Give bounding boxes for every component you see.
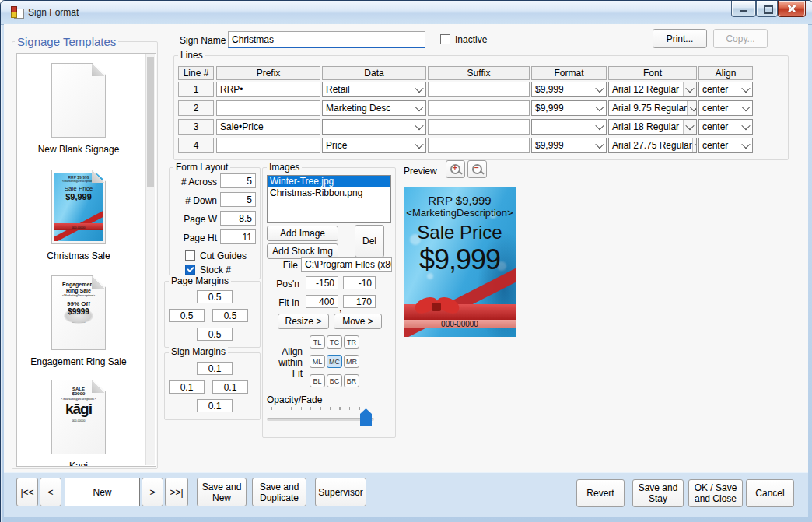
align-dropdown[interactable]: center	[698, 138, 753, 153]
title-bar[interactable]: Sign Format	[1, 1, 812, 25]
font-dropdown[interactable]: Arial 27.75 Regular	[608, 138, 697, 153]
revert-button[interactable]: Revert	[576, 479, 625, 507]
file-label: File	[273, 260, 298, 271]
prefix-input[interactable]	[216, 138, 320, 153]
sign-name-input[interactable]: Christmas	[228, 31, 425, 48]
add-image-button[interactable]: Add Image	[267, 226, 338, 241]
print-button[interactable]: Print...	[653, 29, 707, 48]
align-dropdown[interactable]: center	[698, 82, 753, 97]
format-dropdown[interactable]	[531, 119, 607, 135]
sign-preview-image: RRP $9,999 <MarketingDescription> Sale P…	[404, 187, 516, 337]
page-margin-right-input[interactable]: 0.5	[212, 309, 248, 322]
save-and-new-button[interactable]: Save and New	[197, 478, 247, 506]
save-and-duplicate-button[interactable]: Save and Duplicate	[252, 478, 306, 506]
sign-margin-right-input[interactable]: 0.1	[212, 380, 248, 394]
suffix-input[interactable]	[428, 100, 530, 116]
data-dropdown[interactable]	[322, 119, 426, 135]
format-dropdown[interactable]: $9,999	[531, 138, 607, 153]
position-x-input[interactable]: -150	[306, 276, 338, 289]
chevron-down-icon	[415, 121, 423, 130]
copy-button[interactable]: Copy...	[713, 29, 768, 48]
prefix-input[interactable]: RRP•	[216, 82, 320, 97]
image-list-item[interactable]: Winter-Tree.jpg	[268, 176, 390, 187]
column-header-suffix: Suffix	[428, 66, 530, 80]
data-dropdown[interactable]: Marketing Desc	[322, 100, 426, 116]
opacity-slider[interactable]	[267, 418, 374, 421]
inactive-checkbox[interactable]	[440, 34, 450, 44]
font-dropdown[interactable]: Arial 9.75 Regular	[608, 100, 697, 116]
ok-save-close-button[interactable]: OK / Save and Close	[688, 479, 743, 507]
zoom-in-button[interactable]: +	[446, 160, 465, 178]
align-bc-button[interactable]: BC	[327, 374, 342, 387]
cut-guides-checkbox[interactable]	[185, 250, 195, 261]
page-margin-top-input[interactable]: 0.5	[197, 290, 233, 303]
templates-scrollbar[interactable]	[145, 54, 155, 465]
resize-button[interactable]: Resize >	[278, 314, 329, 329]
images-group-label: Images	[267, 162, 302, 173]
template-engagement-ring-sale[interactable]: Engagement Ring Sale <MarketingDescripti…	[20, 275, 137, 367]
data-dropdown[interactable]: Retail	[322, 82, 426, 97]
format-dropdown[interactable]: $9,999	[531, 100, 607, 116]
move-button[interactable]: Move >	[334, 314, 382, 329]
align-dropdown[interactable]: center	[698, 100, 753, 116]
maximize-button[interactable]	[756, 1, 778, 17]
zoom-out-button[interactable]: −	[467, 160, 487, 178]
font-dropdown[interactable]: Arial 18 Regular	[608, 119, 697, 135]
sign-margin-left-input[interactable]: 0.1	[169, 380, 205, 394]
nav-last-button[interactable]: >>|	[165, 478, 188, 506]
save-and-stay-button[interactable]: Save and Stay	[632, 479, 684, 507]
prefix-input[interactable]: Sale•Price	[216, 119, 320, 135]
add-stock-img-button[interactable]: Add Stock Img	[267, 243, 338, 259]
align-bl-button[interactable]: BL	[310, 374, 325, 387]
scrollbar-thumb[interactable]	[147, 57, 154, 187]
position-y-input[interactable]: -10	[343, 276, 376, 289]
file-path-input[interactable]: C:\Program Files (x86	[301, 257, 392, 272]
fit-width-input[interactable]: 400	[306, 295, 338, 308]
fit-height-input[interactable]: 170	[343, 295, 376, 308]
page-w-input[interactable]: 8.5	[220, 211, 256, 226]
minimize-button[interactable]	[731, 1, 756, 17]
opacity-fade-label: Opacity/Fade	[267, 394, 322, 405]
prefix-input[interactable]	[216, 100, 320, 116]
template-new-blank[interactable]: New Blank Signage	[20, 63, 137, 155]
close-button[interactable]	[778, 1, 806, 17]
new-button[interactable]: New	[65, 478, 140, 506]
chevron-down-icon	[741, 84, 750, 93]
align-br-button[interactable]: BR	[344, 374, 359, 387]
align-mr-button[interactable]: MR	[344, 355, 359, 368]
font-dropdown[interactable]: Arial 12 Regular	[608, 82, 697, 97]
nav-prev-button[interactable]: <	[40, 478, 61, 506]
align-tc-button[interactable]: TC	[327, 335, 342, 349]
chevron-down-icon	[595, 103, 604, 111]
slider-ticks	[271, 407, 369, 410]
template-kagi[interactable]: SALE $9999 <MarketingDescription> kāgi 0…	[20, 380, 137, 467]
delete-image-button[interactable]: Del	[355, 225, 384, 257]
column-header-format: Format	[531, 66, 607, 80]
page-ht-input[interactable]: 11	[220, 229, 256, 244]
cancel-button[interactable]: Cancel	[746, 479, 794, 507]
align-mc-button[interactable]: MC	[327, 355, 342, 368]
align-dropdown[interactable]: center	[698, 119, 753, 135]
template-christmas-sale[interactable]: RRP $9,999 <MarketingDescription> Sale P…	[20, 170, 137, 261]
align-ml-button[interactable]: ML	[310, 355, 325, 368]
supervisor-button[interactable]: Supervisor	[315, 478, 366, 506]
minimize-icon	[740, 10, 747, 12]
sign-margin-top-input[interactable]: 0.1	[197, 362, 233, 375]
stock-number-checkbox[interactable]	[185, 265, 195, 275]
down-label: # Down	[167, 195, 217, 206]
across-input[interactable]: 5	[220, 173, 256, 188]
data-dropdown[interactable]: Price	[322, 138, 426, 153]
sign-margin-bottom-input[interactable]: 0.1	[197, 399, 233, 412]
format-dropdown[interactable]: $9,999	[531, 82, 607, 97]
align-tr-button[interactable]: TR	[344, 335, 359, 349]
down-input[interactable]: 5	[220, 192, 256, 207]
image-list-item[interactable]: Christmas-Ribbon.png	[268, 187, 390, 199]
suffix-input[interactable]	[428, 119, 530, 135]
nav-next-button[interactable]: >	[142, 478, 163, 506]
nav-first-button[interactable]: |<<	[16, 478, 38, 506]
page-margin-left-input[interactable]: 0.5	[169, 309, 205, 322]
suffix-input[interactable]	[428, 138, 530, 153]
align-tl-button[interactable]: TL	[310, 335, 325, 349]
page-margin-bottom-input[interactable]: 0.5	[197, 328, 233, 341]
suffix-input[interactable]	[428, 82, 530, 97]
